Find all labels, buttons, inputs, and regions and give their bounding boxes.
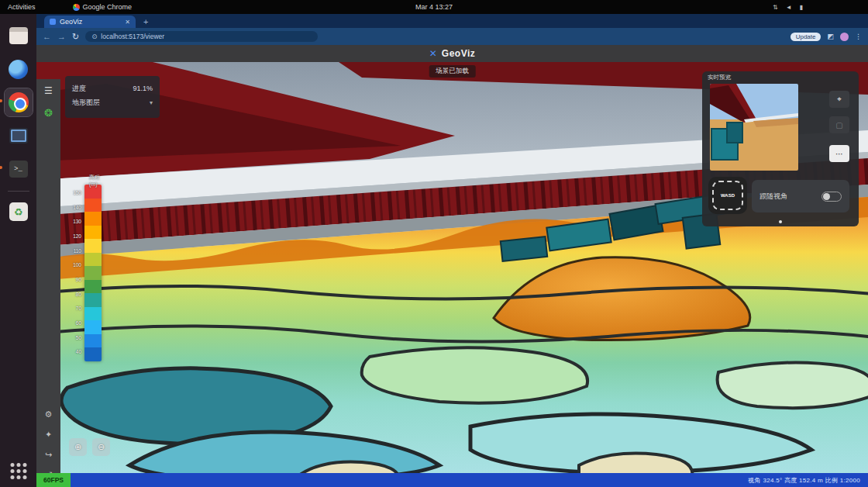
- displays-icon: [9, 128, 28, 143]
- exit-icon[interactable]: ↪: [45, 450, 52, 460]
- geoviz-page: ✕ GeoViz: [36, 45, 868, 487]
- new-tab-button[interactable]: +: [143, 17, 148, 26]
- layer-dropdown-label: 地形图层: [72, 98, 100, 108]
- firefox-icon: [9, 60, 28, 79]
- activities-button[interactable]: Activities: [8, 3, 36, 11]
- progress-label: 进度: [72, 84, 86, 94]
- extensions-icon[interactable]: ◩: [827, 33, 834, 40]
- files-icon: [9, 27, 28, 44]
- desktop: Activities Google Chrome Mar 4 13:27 ⇅ ◄…: [0, 0, 868, 487]
- terminal-icon: >_: [9, 161, 28, 178]
- more-icon: ⋯: [835, 150, 843, 158]
- reload-button[interactable]: ↻: [72, 32, 79, 42]
- tab-close-icon[interactable]: ✕: [125, 19, 130, 26]
- locate-pin-icon: ⌖: [837, 95, 842, 104]
- dock-item-firefox[interactable]: [5, 55, 33, 83]
- menu-icon[interactable]: ☰: [44, 85, 53, 96]
- clock[interactable]: Mar 4 13:27: [415, 3, 453, 11]
- running-indicator: [0, 166, 2, 169]
- fps-badge: 60FPS: [36, 473, 71, 487]
- dock-item-terminal[interactable]: >_: [5, 155, 33, 183]
- dock-item-chrome[interactable]: [5, 88, 33, 116]
- panel-handle-dot[interactable]: [779, 220, 782, 223]
- status-bar: 60FPS 视角 324.5° 高度 152.4 m 比例 1:2000: [36, 473, 868, 487]
- toggle-knob: [823, 193, 830, 200]
- chrome-icon: [9, 92, 29, 112]
- browser-menu-icon[interactable]: ⋮: [855, 33, 862, 40]
- legend-title: 高程(m): [89, 174, 102, 187]
- scene-info-panel: 进度 91.1% 地形图层 ▾: [65, 76, 160, 118]
- show-applications-button[interactable]: [10, 463, 26, 479]
- dock-separator: [8, 191, 29, 192]
- status-badge: 场景已加载: [429, 65, 476, 78]
- zoom-in-icon: ⊕: [74, 442, 81, 452]
- dock-item-files[interactable]: [5, 22, 33, 50]
- app-header: ✕ GeoViz: [36, 45, 868, 62]
- system-tray[interactable]: ⇅ ◄ ▮: [773, 4, 803, 11]
- zoom-out-button[interactable]: ⊖: [92, 438, 110, 456]
- more-button[interactable]: ⋯: [829, 145, 849, 162]
- software-icon: ♻: [9, 202, 28, 221]
- dock-item-software[interactable]: ♻: [5, 198, 33, 226]
- settings-gear-icon[interactable]: ⚙: [45, 409, 53, 420]
- preview-title: 实时预览: [708, 74, 731, 81]
- tab-title: GeoViz: [60, 18, 82, 26]
- dpad-label: WASD: [721, 193, 735, 198]
- focused-app-label: Google Chrome: [83, 3, 133, 11]
- favicon: [50, 19, 56, 25]
- running-indicator: [0, 99, 2, 102]
- 3d-viewport[interactable]: 场景已加载 ☰ ❂ ⚙ ✦ ↪ ⤢ 进度 91.1%: [36, 62, 868, 473]
- compass-icon[interactable]: ✦: [45, 430, 52, 440]
- frame-icon: ▢: [835, 121, 842, 130]
- url-text: localhost:5173/viewer: [101, 33, 164, 40]
- volume-icon: ◄: [786, 4, 792, 11]
- network-icon: ⇅: [773, 4, 778, 11]
- preview-image: [710, 84, 798, 171]
- focused-app-menu[interactable]: Google Chrome: [73, 3, 133, 11]
- profile-avatar[interactable]: [840, 33, 849, 41]
- address-bar[interactable]: ⊙ localhost:5173/viewer: [85, 31, 318, 42]
- dpad-ring: WASD: [712, 181, 743, 210]
- zoom-in-button[interactable]: ⊕: [69, 438, 87, 456]
- elevation-legend: 高程(m) 150140 130120 110100 9080 7060 504…: [66, 185, 102, 361]
- chevron-down-icon: ▾: [150, 99, 153, 106]
- frame-button[interactable]: ▢: [829, 116, 849, 133]
- zoom-out-icon: ⊖: [98, 442, 105, 452]
- progress-value: 91.1%: [133, 85, 153, 92]
- clock-label: Mar 4 13:27: [415, 3, 453, 11]
- left-tool-rail: ☰ ❂ ⚙ ✦ ↪ ⤢: [36, 79, 60, 473]
- follow-mode-button[interactable]: 跟随视角: [752, 180, 849, 212]
- follow-mode-label: 跟随视角: [760, 192, 787, 202]
- camera-status-text: 视角 324.5° 高度 152.4 m 比例 1:2000: [748, 476, 860, 485]
- forward-button[interactable]: →: [57, 32, 66, 41]
- follow-toggle[interactable]: [822, 192, 842, 202]
- legend-tick-labels: 150140 130120 110100 9080 7060 5040: [66, 185, 81, 361]
- tab-strip: GeoViz ✕ +: [36, 14, 868, 28]
- chrome-window: GeoViz ✕ + ← → ↻ ⊙ localhost:5173/viewer…: [36, 14, 868, 487]
- site-info-icon[interactable]: ⊙: [91, 33, 97, 40]
- record-icon[interactable]: ❂: [44, 107, 53, 119]
- system-top-bar: Activities Google Chrome Mar 4 13:27 ⇅ ◄…: [0, 0, 868, 14]
- ubuntu-dock: >_ ♻: [0, 14, 36, 487]
- camera-preview-panel: 实时预览 ⌖ ▢: [702, 71, 859, 226]
- geoviz-logo-icon: ✕: [429, 48, 437, 59]
- back-button[interactable]: ←: [43, 32, 51, 41]
- browser-toolbar: ← → ↻ ⊙ localhost:5173/viewer Update ◩ ⋮: [36, 28, 868, 45]
- page-title: GeoViz: [442, 48, 475, 59]
- dock-item-displays[interactable]: [5, 122, 33, 150]
- locate-button[interactable]: ⌖: [829, 91, 849, 108]
- movement-dpad[interactable]: WASD: [708, 177, 747, 214]
- update-chip[interactable]: Update: [790, 33, 822, 41]
- legend-color-bar: [84, 185, 102, 361]
- chrome-icon: [73, 4, 80, 11]
- tab-geoviz[interactable]: GeoViz ✕: [44, 16, 136, 28]
- layer-dropdown[interactable]: 地形图层 ▾: [72, 95, 153, 109]
- battery-icon: ▮: [800, 4, 803, 11]
- viewport-nav-buttons: ⊕ ⊖: [69, 438, 110, 456]
- preview-thumbnail[interactable]: [710, 84, 798, 171]
